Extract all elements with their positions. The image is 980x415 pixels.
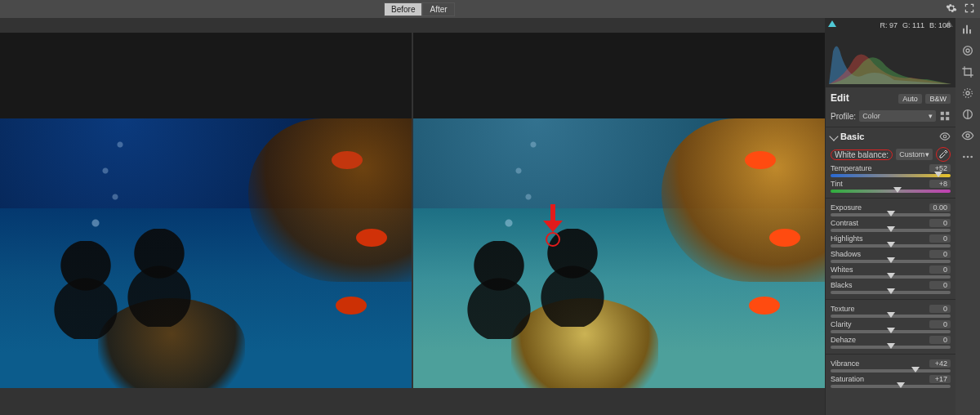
tint-track[interactable] [831,190,951,193]
whites-slider[interactable]: Whites0 [826,265,956,280]
exposure-value[interactable]: 0.00 [929,203,951,212]
shadows-thumb[interactable] [887,257,895,263]
temperature-label: Temperature [831,164,872,172]
whites-value[interactable]: 0 [929,266,951,274]
highlights-label: Highlights [831,234,863,243]
contrast-slider[interactable]: Contrast0 [826,218,956,234]
shadows-track[interactable] [831,260,951,263]
tab-after[interactable]: After [422,2,454,16]
heal-icon[interactable] [961,87,974,100]
profile-browser-icon[interactable] [939,110,951,122]
clarity-slider[interactable]: Clarity0 [826,319,956,335]
exposure-track[interactable] [831,213,951,216]
contrast-track[interactable] [831,229,951,232]
blacks-value[interactable]: 0 [929,281,951,289]
contrast-label: Contrast [831,219,858,227]
profile-select[interactable]: Color ▾ [859,110,936,122]
fullscreen-icon[interactable] [964,2,975,14]
clarity-value[interactable]: 0 [929,320,951,328]
saturation-thumb[interactable] [897,382,905,388]
vibrance-slider[interactable]: Vibrance+42 [826,359,956,374]
vibrance-track[interactable] [831,369,951,373]
clarity-track[interactable] [831,330,951,333]
texture-label: Texture [831,305,855,313]
before-pane[interactable] [0,33,412,388]
svg-point-13 [943,135,947,138]
highlights-thumb[interactable] [887,242,895,248]
dehaze-value[interactable]: 0 [929,336,951,344]
mask-icon[interactable] [961,108,974,121]
tint-thumb[interactable] [893,187,902,193]
tint-label: Tint [831,180,843,188]
exposure-slider[interactable]: Exposure0.00 [826,203,956,218]
rgb-g: G: 111 [902,21,924,29]
right-tool-strip [956,18,980,415]
highlights-slider[interactable]: Highlights0 [826,234,956,249]
saturation-label: Saturation [831,375,864,383]
blacks-thumb[interactable] [887,288,895,294]
histogram-icon[interactable] [961,23,974,36]
vibrance-label: Vibrance [831,359,859,368]
whites-thumb[interactable] [887,273,895,279]
saturation-track[interactable] [831,385,951,388]
section-visibility-icon[interactable] [939,131,951,142]
basic-section-header[interactable]: Basic [826,127,956,145]
basic-title: Basic [840,132,864,141]
white-balance-label: White balance: [831,149,893,160]
exposure-label: Exposure [831,203,862,212]
gear-icon[interactable] [946,2,957,14]
histogram[interactable]: R: 97 G: 111 B: 108 [826,18,956,87]
svg-point-8 [970,156,973,158]
texture-thumb[interactable] [887,312,895,318]
temperature-slider[interactable]: Temperature+52 [826,163,956,179]
blacks-slider[interactable]: Blacks0 [826,280,956,296]
clarity-thumb[interactable] [887,328,895,333]
saturation-slider[interactable]: Saturation+17 [826,374,956,390]
highlights-value[interactable]: 0 [929,234,951,243]
eye-icon[interactable] [961,129,974,142]
dehaze-track[interactable] [831,346,951,349]
whites-track[interactable] [831,275,951,279]
dehaze-thumb[interactable] [887,343,895,349]
more-icon[interactable] [961,150,974,163]
contrast-thumb[interactable] [887,226,895,232]
dehaze-slider[interactable]: Dehaze0 [826,335,956,350]
texture-track[interactable] [831,315,951,318]
tab-before[interactable]: Before [384,2,422,16]
vibrance-value[interactable]: +42 [929,359,951,368]
edit-title: Edit [831,92,849,104]
chevron-down-icon [829,132,838,141]
texture-value[interactable]: 0 [929,305,951,313]
white-balance-select[interactable]: Custom ▾ [896,149,933,160]
texture-slider[interactable]: Texture0 [826,304,956,319]
tint-slider[interactable]: Tint+8 [826,179,956,194]
highlights-track[interactable] [831,244,951,248]
exposure-thumb[interactable] [887,211,895,216]
sliders-icon[interactable] [961,44,974,57]
shadows-value[interactable]: 0 [929,250,951,258]
shadows-slider[interactable]: Shadows0 [826,249,956,265]
shadow-clip-indicator[interactable] [828,20,836,27]
after-pane[interactable] [413,33,825,388]
contrast-value[interactable]: 0 [929,219,951,227]
image-compare [0,33,825,388]
saturation-value[interactable]: +17 [929,375,951,383]
temperature-track[interactable] [831,174,951,177]
vibrance-thumb[interactable] [911,367,920,373]
white-balance-eyedropper[interactable] [936,147,951,162]
svg-point-3 [964,89,973,98]
svg-rect-10 [946,112,949,115]
svg-point-2 [966,91,969,95]
auto-button[interactable]: Auto [898,94,922,104]
svg-rect-11 [941,117,944,120]
tint-value[interactable]: +8 [929,180,951,188]
edit-panel: R: 97 G: 111 B: 108 Edit Auto B&W Profil… [825,18,956,415]
rgb-readout: R: 97 G: 111 B: 108 [880,21,951,29]
rgb-b: B: 108 [929,21,951,29]
crop-icon[interactable] [961,65,974,78]
shadows-label: Shadows [831,250,861,258]
bw-button[interactable]: B&W [925,94,951,104]
blacks-track[interactable] [831,291,951,294]
temperature-thumb[interactable] [934,172,942,177]
dehaze-label: Dehaze [831,336,856,344]
